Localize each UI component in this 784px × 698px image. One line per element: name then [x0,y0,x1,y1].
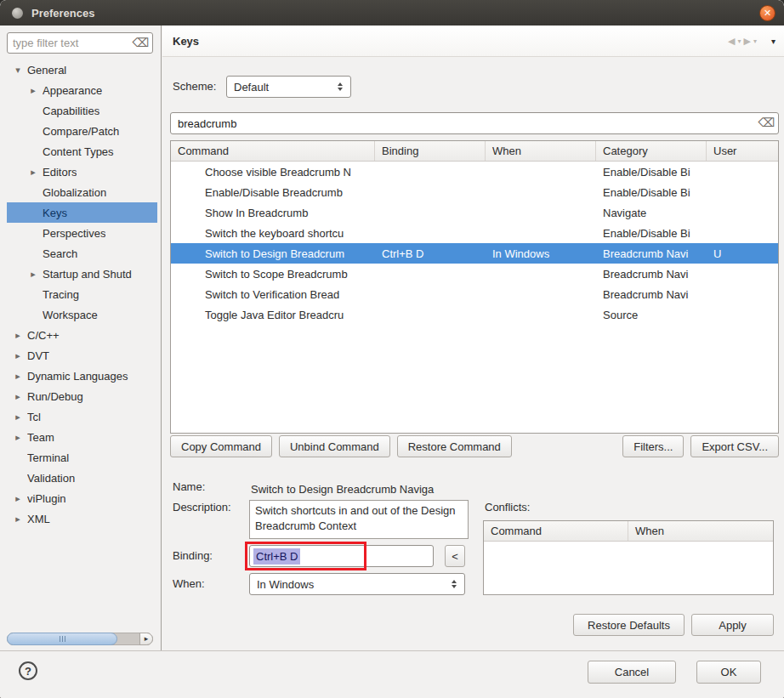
filter-field-wrap: ⌫ [7,32,153,54]
forward-dropdown-icon[interactable]: ▾ [753,37,757,45]
forward-icon[interactable]: ▶ [743,36,750,47]
keys-preference-page: Keys ◀ ▾ ▶ ▾ ▾ Scheme: Default ⌫ Command… [162,26,784,650]
restore-command-button[interactable]: Restore Command [397,435,512,457]
column-header-user[interactable]: User [707,141,778,161]
column-header-when[interactable]: When [486,141,596,161]
description-box: Switch shortcuts in and out of the Desig… [249,500,469,539]
sidebar-item-search[interactable]: Search [7,243,157,264]
chevron-right-icon[interactable]: ▸ [12,371,24,382]
conflicts-column-command[interactable]: Command [484,521,628,541]
scheme-select[interactable]: Default [226,76,351,98]
sidebar-item-globalization[interactable]: Globalization [7,182,157,202]
page-navigation: ◀ ▾ ▶ ▾ ▾ [728,36,775,47]
chevron-right-icon[interactable]: ▸ [27,167,39,178]
binding-revert-button[interactable]: < [445,545,465,567]
close-button[interactable]: ✕ [759,5,775,21]
binding-selected-text: Ctrl+B D [253,548,300,565]
conflicts-table: Command When [483,520,774,595]
scroll-right-button[interactable]: ▸ [139,633,153,645]
chevron-right-icon[interactable]: ▸ [12,411,24,423]
window-title: Preferences [31,7,94,20]
preferences-window: Preferences ✕ ⌫ ▾General ▸Appearance Cap… [0,0,784,698]
chevron-right-icon[interactable]: ▸ [12,514,24,525]
table-row[interactable]: Switch to Verification BreadBreadcrumb N… [171,284,778,304]
key-bindings-table: Command Binding When Category User Choos… [170,140,779,434]
horizontal-scrollbar[interactable]: ▸ [7,633,153,645]
back-icon[interactable]: ◀ [728,36,735,47]
binding-label: Binding: [173,545,213,567]
column-header-binding[interactable]: Binding [375,141,486,161]
table-row[interactable]: Switch the keyboard shortcuEnable/Disabl… [171,223,778,243]
unbind-command-button[interactable]: Unbind Command [279,435,390,457]
column-header-command[interactable]: Command [171,141,375,161]
sidebar-item-validation[interactable]: Validation [7,468,157,488]
description-label: Description: [173,499,231,516]
dialog-button-bar: ? Cancel OK [0,650,784,698]
conflicts-column-when[interactable]: When [628,521,773,541]
chevron-right-icon[interactable]: ▸ [12,432,24,443]
sidebar-item-tcl[interactable]: ▸Tcl [7,406,157,427]
preferences-tree: ▾General ▸Appearance Capabilities Compar… [7,60,157,630]
chevron-right-icon[interactable]: ▸ [12,350,24,361]
cancel-button[interactable]: Cancel [588,661,676,684]
restore-defaults-button[interactable]: Restore Defaults [573,614,685,636]
table-row[interactable]: Choose visible Breadcrumb NEnable/Disabl… [171,162,778,182]
page-title: Keys [173,35,199,48]
scheme-label: Scheme: [173,76,216,98]
table-row[interactable]: Toggle Java Editor BreadcruSource [171,304,778,325]
sidebar-item-startup-and-shutdown[interactable]: ▸Startup and Shutd [7,264,157,284]
sidebar-item-viplugin[interactable]: ▸viPlugin [7,488,157,508]
chevron-right-icon[interactable]: ▸ [12,493,24,504]
view-menu-icon[interactable]: ▾ [771,37,775,46]
conflicts-table-header: Command When [484,521,773,542]
column-header-category[interactable]: Category [596,141,707,161]
clear-search-icon[interactable]: ⌫ [758,116,775,129]
table-row[interactable]: Switch to Scope BreadcrumbBreadcrumb Nav… [171,264,778,284]
copy-command-button[interactable]: Copy Command [170,435,272,457]
sidebar-item-terminal[interactable]: Terminal [7,447,157,468]
chevron-right-icon[interactable]: ▸ [27,269,39,280]
title-bar[interactable]: Preferences ✕ [0,0,784,26]
sidebar-item-team[interactable]: ▸Team [7,427,157,447]
command-filter-input[interactable] [170,112,779,134]
chevron-right-icon[interactable]: ▸ [27,85,39,96]
help-button[interactable]: ? [19,661,37,680]
table-row[interactable]: Enable/Disable BreadcrumbEnable/Disable … [171,182,778,202]
sidebar-item-general[interactable]: ▾General [7,60,157,80]
export-csv-button[interactable]: Export CSV... [690,435,779,457]
sidebar-item-capabilities[interactable]: Capabilities [7,100,157,121]
chevron-right-icon[interactable]: ▸ [12,330,24,341]
sidebar-item-workspace[interactable]: Workspace [7,304,157,325]
when-select[interactable]: In Windows [249,573,465,595]
sidebar-item-content-types[interactable]: Content Types [7,141,157,162]
sidebar-item-c-cpp[interactable]: ▸C/C++ [7,325,157,345]
sidebar-item-dynamic-languages[interactable]: ▸Dynamic Languages [7,366,157,386]
chevron-right-icon[interactable]: ▸ [12,391,24,402]
preferences-sidebar: ⌫ ▾General ▸Appearance Capabilities Comp… [0,26,162,650]
sidebar-item-dvt[interactable]: ▸DVT [7,345,157,366]
sidebar-item-tracing[interactable]: Tracing [7,284,157,304]
apply-button[interactable]: Apply [691,614,774,636]
when-value: In Windows [257,578,446,591]
dropdown-spinner-icon [446,580,462,588]
filters-button[interactable]: Filters... [622,435,684,457]
sidebar-item-keys[interactable]: Keys [7,202,157,223]
clear-filter-icon[interactable]: ⌫ [132,36,149,49]
filter-input[interactable] [7,32,153,54]
sidebar-item-perspectives[interactable]: Perspectives [7,223,157,243]
scrollbar-thumb[interactable] [7,633,117,645]
name-value: Switch to Design Breadcrumb Naviga [251,481,469,498]
ok-button[interactable]: OK [696,661,761,684]
binding-input[interactable]: Ctrl+B D [249,545,434,567]
sidebar-item-compare-patch[interactable]: Compare/Patch [7,121,157,141]
sidebar-item-editors[interactable]: ▸Editors [7,162,157,182]
sidebar-item-appearance[interactable]: ▸Appearance [7,80,157,100]
name-label: Name: [173,479,205,496]
back-dropdown-icon[interactable]: ▾ [737,37,741,45]
chevron-down-icon[interactable]: ▾ [12,65,24,76]
table-row-selected[interactable]: Switch to Design BreadcrumCtrl+B DIn Win… [171,243,778,264]
sidebar-item-run-debug[interactable]: ▸Run/Debug [7,386,157,406]
conflicts-label: Conflicts: [485,499,530,516]
sidebar-item-xml[interactable]: ▸XML [7,508,157,529]
table-row[interactable]: Show In BreadcrumbNavigate [171,202,778,223]
